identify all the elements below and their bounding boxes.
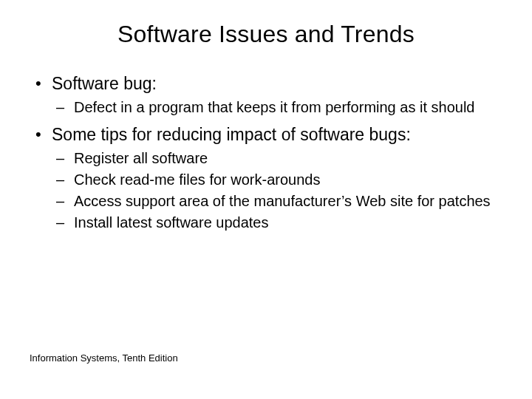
- sub-bullet-item: Defect in a program that keeps it from p…: [52, 98, 502, 117]
- bullet-item: Some tips for reducing impact of softwar…: [30, 124, 502, 232]
- bullet-text: Software bug:: [52, 74, 157, 93]
- sub-bullet-list: Defect in a program that keeps it from p…: [52, 98, 502, 117]
- slide-title: Software Issues and Trends: [30, 21, 502, 48]
- bullet-item: Software bug: Defect in a program that k…: [30, 73, 502, 117]
- sub-bullet-item: Access support area of the manufacturer’…: [52, 191, 502, 211]
- sub-bullet-item: Install latest software updates: [52, 213, 502, 232]
- slide: Software Issues and Trends Software bug:…: [0, 0, 532, 399]
- bullet-text: Some tips for reducing impact of softwar…: [52, 125, 411, 144]
- bullet-list: Software bug: Defect in a program that k…: [30, 73, 502, 232]
- sub-bullet-item: Check read-me files for work-arounds: [52, 170, 502, 189]
- sub-bullet-list: Register all software Check read-me file…: [52, 149, 502, 232]
- sub-bullet-item: Register all software: [52, 149, 502, 168]
- slide-footer: Information Systems, Tenth Edition: [30, 352, 178, 364]
